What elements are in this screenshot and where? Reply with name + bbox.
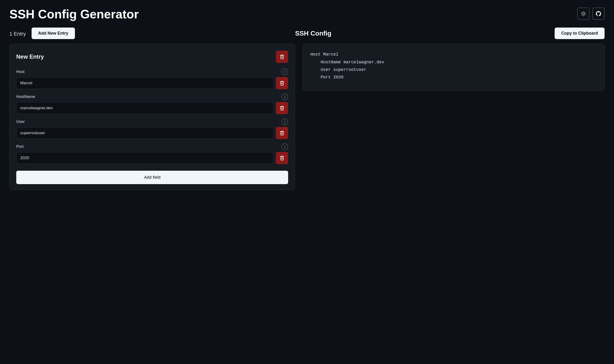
port-input-row	[16, 152, 288, 164]
trash-icon	[280, 156, 285, 161]
delete-port-button[interactable]	[276, 152, 288, 164]
port-input[interactable]	[16, 152, 274, 164]
entry-title: New Entry	[16, 53, 44, 60]
user-input[interactable]	[16, 127, 274, 139]
port-label: Port	[16, 144, 24, 149]
svg-line-8	[585, 12, 585, 12]
field-label-row-host: Host i	[16, 68, 288, 75]
hostname-input-row	[16, 102, 288, 114]
ssh-config-title: SSH Config	[295, 30, 331, 37]
user-info-icon[interactable]: i	[281, 118, 288, 125]
delete-user-button[interactable]	[276, 127, 288, 139]
field-row-port: Port i	[16, 143, 288, 164]
right-panel: Host Marcel HostName marcelwagner.dev Us…	[303, 44, 605, 91]
field-row-host: Host i	[16, 68, 288, 89]
hostname-label: HostName	[16, 94, 35, 99]
right-toolbar: SSH Config Copy to Clipboard	[295, 27, 605, 39]
github-button[interactable]	[592, 8, 605, 20]
sun-icon	[581, 11, 586, 16]
host-label: Host	[16, 69, 25, 74]
delete-host-button[interactable]	[276, 77, 288, 89]
host-info-icon[interactable]: i	[281, 68, 288, 75]
header-icons	[577, 8, 605, 20]
left-panel: New Entry Host i	[9, 44, 295, 190]
add-field-button[interactable]: Add field	[16, 171, 288, 184]
app-header: SSH Config Generator	[9, 8, 605, 22]
svg-line-3	[582, 12, 582, 12]
user-input-row	[16, 127, 288, 139]
field-row-user: User i	[16, 118, 288, 139]
entry-count: 1 Entry	[9, 31, 26, 37]
trash-icon	[280, 105, 285, 111]
field-label-row-hostname: HostName i	[16, 93, 288, 100]
trash-icon	[280, 54, 285, 59]
github-icon	[596, 11, 601, 16]
host-input[interactable]	[16, 77, 274, 89]
hostname-input[interactable]	[16, 102, 274, 114]
svg-point-0	[582, 13, 584, 15]
theme-toggle-button[interactable]	[577, 8, 589, 20]
trash-icon	[280, 130, 285, 136]
entry-card: New Entry Host i	[9, 44, 295, 190]
field-label-row-port: Port i	[16, 143, 288, 150]
entry-header: New Entry	[16, 51, 288, 63]
delete-entry-button[interactable]	[276, 51, 288, 63]
port-info-icon[interactable]: i	[281, 143, 288, 150]
svg-line-4	[585, 15, 585, 15]
add-new-entry-button[interactable]: Add New Entry	[32, 27, 75, 39]
config-output: Host Marcel HostName marcelwagner.dev Us…	[303, 44, 605, 91]
host-input-row	[16, 77, 288, 89]
header-left: SSH Config Generator	[9, 8, 139, 22]
svg-line-7	[582, 15, 582, 15]
hostname-info-icon[interactable]: i	[281, 93, 288, 100]
copy-to-clipboard-button[interactable]: Copy to Clipboard	[555, 27, 605, 39]
field-label-row-user: User i	[16, 118, 288, 125]
main-content: New Entry Host i	[9, 44, 605, 190]
toolbar-row: 1 Entry Add New Entry SSH Config Copy to…	[9, 27, 605, 39]
user-label: User	[16, 119, 25, 124]
app-title: SSH Config Generator	[9, 8, 139, 21]
field-row-hostname: HostName i	[16, 93, 288, 114]
delete-hostname-button[interactable]	[276, 102, 288, 114]
trash-icon	[280, 80, 285, 86]
left-toolbar: 1 Entry Add New Entry	[9, 27, 295, 39]
